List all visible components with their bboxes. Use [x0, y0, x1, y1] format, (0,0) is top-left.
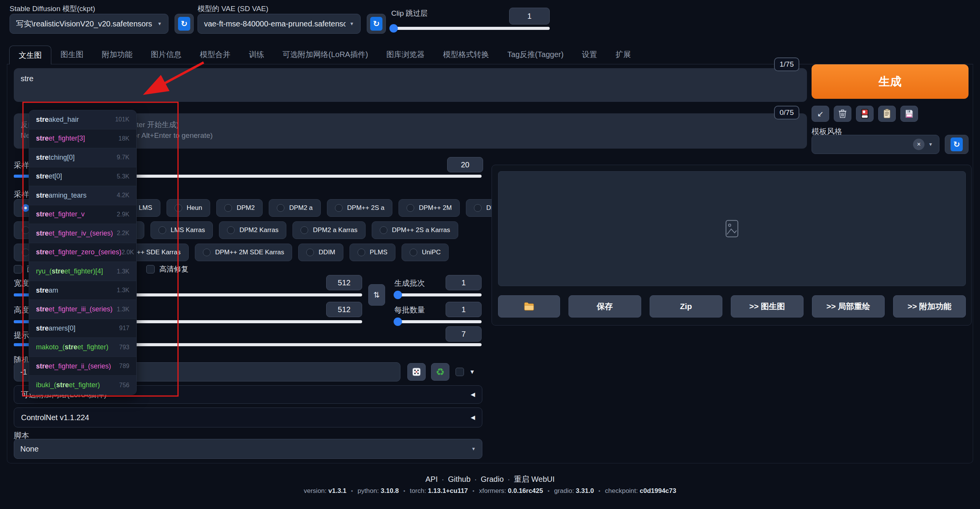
- script-value: None: [20, 445, 467, 453]
- tag-count: 101K: [115, 116, 129, 123]
- refresh-checkpoint-button[interactable]: ↻: [175, 14, 194, 34]
- autocomplete-item[interactable]: street_fighter_v2.9K: [29, 205, 136, 224]
- send-to-inpaint-button[interactable]: >> 局部重绘: [812, 295, 885, 318]
- sampler-option[interactable]: DPM2: [216, 199, 263, 217]
- refresh-vae-button[interactable]: ↻: [367, 14, 386, 34]
- tab-model-converter[interactable]: 模型格式转换: [434, 45, 498, 64]
- info-separator: •: [598, 488, 600, 494]
- open-folder-button[interactable]: [498, 295, 560, 318]
- apply-style-button[interactable]: [878, 106, 896, 122]
- send-to-img2img-button[interactable]: >> 图生图: [731, 295, 804, 318]
- sampler-option[interactable]: LMS Karras: [150, 221, 213, 239]
- tab-settings[interactable]: 设置: [573, 45, 606, 64]
- refresh-styles-button[interactable]: ↻: [945, 135, 969, 154]
- tag-label: ryu_(street_fighter)[4]: [36, 267, 103, 275]
- autocomplete-item[interactable]: stretching[0]9.7K: [29, 148, 136, 167]
- height-value[interactable]: 512: [326, 302, 362, 317]
- height-label: 高度: [14, 305, 29, 315]
- autocomplete-item[interactable]: ryu_(street_fighter)[4]1.3K: [29, 262, 136, 281]
- autocomplete-item[interactable]: streaming_tears4.2K: [29, 186, 136, 205]
- width-value[interactable]: 512: [326, 275, 362, 290]
- checkbox-icon: [146, 265, 155, 273]
- style-select[interactable]: × ▼: [812, 135, 939, 154]
- prompt-textarea[interactable]: stre: [14, 68, 807, 102]
- tab-extras[interactable]: 附加功能: [93, 45, 142, 64]
- sampler-option[interactable]: Heun: [167, 199, 211, 217]
- swap-dimensions-button[interactable]: ⇅: [368, 284, 385, 306]
- batch-count-slider[interactable]: [394, 293, 482, 296]
- reuse-seed-button[interactable]: ♻: [431, 363, 449, 381]
- cfg-value[interactable]: 7: [446, 326, 482, 342]
- tag-label: streaming_tears: [36, 191, 87, 200]
- batch-size-label: 每批数量: [394, 305, 425, 315]
- random-seed-button[interactable]: [407, 363, 426, 381]
- radio-icon: [410, 249, 417, 256]
- tab-lora[interactable]: 可选附加网络(LoRA插件): [273, 45, 377, 64]
- zip-button[interactable]: Zip: [650, 295, 722, 318]
- autocomplete-item[interactable]: ibuki_(street_fighter)756: [29, 376, 136, 394]
- tab-tagger[interactable]: Tag反推(Tagger): [498, 45, 573, 64]
- clear-style-icon[interactable]: ×: [913, 139, 924, 150]
- tab-txt2img[interactable]: 文生图: [9, 46, 51, 64]
- autocomplete-item[interactable]: street_fighter_iv_(series)2.2K: [29, 224, 136, 243]
- sampler-option[interactable]: DPM++ 2S a: [327, 199, 392, 217]
- sampler-option[interactable]: DPM++ 2S a Karras: [372, 221, 458, 239]
- autocomplete-item[interactable]: street_fighter_iii_(series)1.3K: [29, 300, 136, 319]
- batch-size-slider[interactable]: [394, 320, 482, 323]
- generate-button[interactable]: 生成: [812, 64, 969, 99]
- sampler-option[interactable]: DPM2 a Karras: [292, 221, 365, 239]
- clear-prompt-button[interactable]: [834, 106, 851, 122]
- script-select[interactable]: None ▼: [14, 439, 482, 459]
- batch-size-value[interactable]: 1: [446, 302, 482, 317]
- tag-count: 5.3K: [117, 173, 129, 180]
- prompt-token-counter: 1/75: [774, 57, 799, 71]
- save-button[interactable]: 保存: [568, 295, 641, 318]
- tab-checkpoint-merger[interactable]: 模型合并: [191, 45, 240, 64]
- extra-networks-button[interactable]: [856, 106, 874, 122]
- seed-extras-caret-icon[interactable]: ▼: [469, 368, 475, 375]
- radio-icon: [203, 249, 211, 256]
- send-to-extras-button[interactable]: >> 附加功能: [893, 295, 966, 318]
- tab-train[interactable]: 训练: [240, 45, 273, 64]
- github-link[interactable]: Github: [448, 475, 470, 483]
- autocomplete-item[interactable]: street_fighter_zero_(series)2.0K: [29, 243, 136, 262]
- save-style-button[interactable]: [900, 106, 918, 122]
- controlnet-accordion[interactable]: ControlNet v1.1.224 ◀: [14, 408, 482, 427]
- sampler-option[interactable]: DPM2 Karras: [219, 221, 286, 239]
- sampler-option[interactable]: DPM++ 2M SDE Karras: [195, 244, 292, 261]
- autocomplete-item[interactable]: street_fighter_ii_(series)789: [29, 357, 136, 376]
- checkbox-hires-fix[interactable]: 高清修复: [146, 264, 188, 274]
- autocomplete-item[interactable]: stream1.3K: [29, 281, 136, 300]
- sampler-option[interactable]: PLMS: [350, 244, 395, 261]
- extra-seed-checkbox[interactable]: [456, 368, 464, 376]
- clip-skip-value[interactable]: 1: [509, 8, 550, 25]
- checkpoint-select[interactable]: 写实\realisticVisionV20_v20.safetensors [c…: [10, 14, 168, 34]
- read-last-params-button[interactable]: ↙: [812, 106, 829, 122]
- api-link[interactable]: API: [425, 475, 438, 483]
- tag-count: 1.3K: [117, 268, 129, 275]
- tab-img2img[interactable]: 图生图: [51, 45, 93, 64]
- sampler-option[interactable]: DPM2 a: [269, 199, 320, 217]
- vae-select[interactable]: vae-ft-mse-840000-ema-pruned.safetensors…: [198, 14, 361, 34]
- clip-skip-slider[interactable]: [391, 27, 550, 30]
- tab-image-browser[interactable]: 图库浏览器: [377, 45, 434, 64]
- radio-icon: [407, 204, 414, 212]
- gradio-link[interactable]: Gradio: [481, 475, 504, 483]
- autocomplete-item[interactable]: street[0]5.3K: [29, 167, 136, 187]
- autocomplete-item[interactable]: makoto_(street_fighter)793: [29, 338, 136, 357]
- autocomplete-item[interactable]: streaked_hair101K: [29, 110, 136, 129]
- sampler-option[interactable]: UniPC: [402, 244, 449, 261]
- dice-icon: [412, 367, 421, 376]
- autocomplete-item[interactable]: streamers[0]917: [29, 319, 136, 338]
- radio-icon: [306, 249, 314, 256]
- sampler-option[interactable]: DPM++ 2M: [399, 199, 460, 217]
- tab-png-info[interactable]: 图片信息: [142, 45, 191, 64]
- info-label: python:: [358, 487, 381, 494]
- autocomplete-item[interactable]: street_fighter[3]18K: [29, 129, 136, 149]
- restart-webui-link[interactable]: 重启 WebUI: [514, 475, 554, 483]
- steps-value[interactable]: 20: [447, 157, 483, 172]
- sampler-option[interactable]: DDIM: [298, 244, 343, 261]
- tab-extensions[interactable]: 扩展: [606, 45, 640, 64]
- radio-icon: [277, 204, 284, 212]
- batch-count-value[interactable]: 1: [446, 275, 482, 290]
